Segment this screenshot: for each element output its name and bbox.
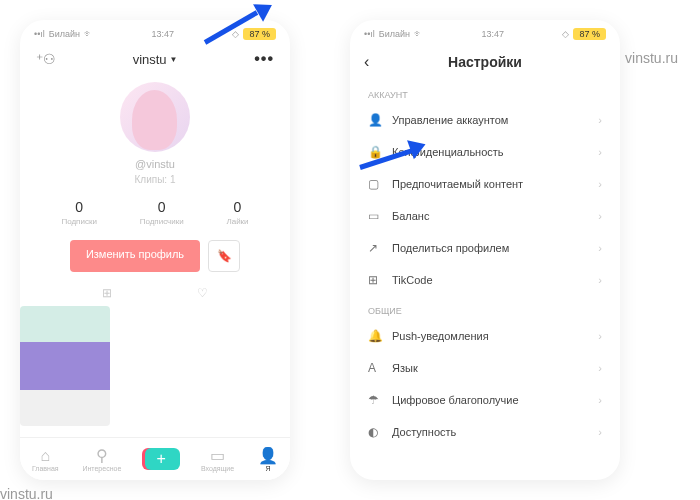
chevron-right-icon: › [598, 330, 602, 342]
chevron-right-icon: › [598, 242, 602, 254]
carrier-label: Билайн [379, 29, 410, 39]
chevron-right-icon: › [598, 178, 602, 190]
setting-content[interactable]: ▢Предпочитаемый контент › [350, 168, 620, 200]
chevron-right-icon: › [598, 114, 602, 126]
bell-icon: 🔔 [368, 329, 382, 343]
profile-header: ⁺⚇ vinstu ▼ ••• [20, 44, 290, 74]
setting-wellbeing[interactable]: ☂Цифровое благополучие › [350, 384, 620, 416]
stats-row: 0 Подписки 0 Подписчики 0 Лайки [20, 199, 290, 226]
more-icon[interactable]: ••• [254, 50, 274, 68]
add-person-icon[interactable]: ⁺⚇ [36, 51, 56, 67]
location-icon: ◇ [232, 29, 239, 39]
nav-inbox[interactable]: ▭ Входящие [201, 446, 234, 472]
chevron-right-icon: › [598, 362, 602, 374]
setting-push[interactable]: 🔔Push-уведомления › [350, 320, 620, 352]
battery-badge: 87 % [573, 28, 606, 40]
settings-title: Настройки [448, 54, 522, 70]
avatar[interactable] [120, 82, 190, 152]
setting-language[interactable]: AЯзык › [350, 352, 620, 384]
setting-tikcode[interactable]: ⊞TikCode › [350, 264, 620, 296]
status-bar: ••ıl Билайн ᯤ 13:47 ◇ 87 % [20, 20, 290, 44]
wifi-icon: ᯤ [414, 29, 423, 39]
setting-privacy[interactable]: 🔒Конфиденциальность › [350, 136, 620, 168]
create-button[interactable]: + [145, 448, 177, 470]
chevron-right-icon: › [598, 426, 602, 438]
wallet-icon: ▭ [368, 209, 382, 223]
stat-followers[interactable]: 0 Подписчики [140, 199, 184, 226]
setting-manage-account[interactable]: 👤Управление аккаунтом › [350, 104, 620, 136]
back-button[interactable]: ‹ [364, 53, 369, 71]
username-dropdown[interactable]: vinstu ▼ [133, 52, 178, 67]
person-icon: 👤 [258, 446, 278, 465]
clips-count: Клипы: 1 [20, 174, 290, 185]
signal-icon: ••ıl [364, 29, 375, 39]
nav-discover[interactable]: ⚲ Интересное [82, 446, 121, 472]
setting-accessibility[interactable]: ◐Доступность › [350, 416, 620, 448]
profile-screen: ••ıl Билайн ᯤ 13:47 ◇ 87 % ⁺⚇ vinstu ▼ •… [20, 20, 290, 480]
nav-home[interactable]: ⌂ Главная [32, 447, 59, 472]
battery-badge: 87 % [243, 28, 276, 40]
chevron-right-icon: › [598, 146, 602, 158]
umbrella-icon: ☂ [368, 393, 382, 407]
time-label: 13:47 [151, 29, 174, 39]
wifi-icon: ᯤ [84, 29, 93, 39]
username-text: vinstu [133, 52, 167, 67]
setting-share[interactable]: ↗Поделиться профилем › [350, 232, 620, 264]
settings-screen: ••ıl Билайн ᯤ 13:47 ◇ 87 % ‹ Настройки А… [350, 20, 620, 480]
person-icon: 👤 [368, 113, 382, 127]
search-icon: ⚲ [82, 446, 121, 465]
stat-likes[interactable]: 0 Лайки [226, 199, 248, 226]
setting-balance[interactable]: ▭Баланс › [350, 200, 620, 232]
home-icon: ⌂ [32, 447, 59, 465]
inbox-icon: ▭ [201, 446, 234, 465]
handle-text: @vinstu [20, 158, 290, 170]
lock-icon: 🔒 [368, 145, 382, 159]
status-bar: ••ıl Билайн ᯤ 13:47 ◇ 87 % [350, 20, 620, 44]
grid-tab-icon[interactable]: ⊞ [102, 286, 112, 300]
edit-profile-button[interactable]: Изменить профиль [70, 240, 200, 272]
signal-icon: ••ıl [34, 29, 45, 39]
accessibility-icon: ◐ [368, 425, 382, 439]
watermark: vinstu.ru [0, 486, 53, 500]
liked-tab-icon[interactable]: ♡ [197, 286, 208, 300]
video-icon: ▢ [368, 177, 382, 191]
video-thumbnail[interactable] [20, 306, 110, 426]
bookmark-button[interactable]: 🔖 [208, 240, 240, 272]
share-icon: ↗ [368, 241, 382, 255]
chevron-right-icon: › [598, 210, 602, 222]
qr-icon: ⊞ [368, 273, 382, 287]
time-label: 13:47 [481, 29, 504, 39]
location-icon: ◇ [562, 29, 569, 39]
chevron-down-icon: ▼ [170, 55, 178, 64]
nav-profile[interactable]: 👤 Я [258, 446, 278, 472]
chevron-right-icon: › [598, 274, 602, 286]
bottom-nav: ⌂ Главная ⚲ Интересное + ▭ Входящие 👤 Я [20, 437, 290, 480]
stat-following[interactable]: 0 Подписки [61, 199, 96, 226]
carrier-label: Билайн [49, 29, 80, 39]
language-icon: A [368, 361, 382, 375]
chevron-right-icon: › [598, 394, 602, 406]
account-section-label: АККАУНТ [350, 80, 620, 104]
general-section-label: ОБЩИЕ [350, 296, 620, 320]
settings-header: ‹ Настройки [350, 44, 620, 80]
watermark: vinstu.ru [625, 50, 678, 66]
